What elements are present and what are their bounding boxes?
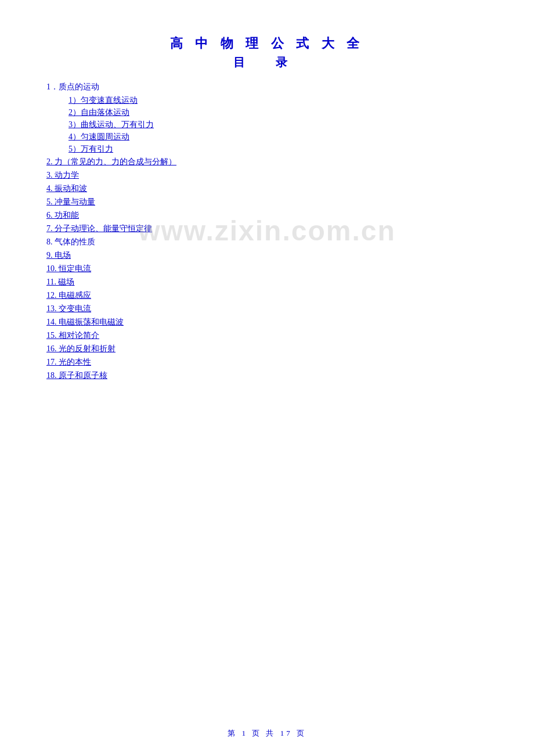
toc-item-10-link[interactable]: 10. 恒定电流: [46, 264, 91, 273]
toc-item-14[interactable]: 14. 电磁振荡和电磁波: [46, 317, 488, 327]
toc-item-13-link[interactable]: 13. 交变电流: [46, 304, 91, 313]
toc-subitem-1-1-link[interactable]: 1）匀变速直线运动: [68, 96, 138, 105]
toc-item-16-link[interactable]: 16. 光的反射和折射: [46, 344, 116, 353]
toc-item-1: 1．质点的运动: [46, 82, 488, 92]
toc-item-11[interactable]: 11. 磁场: [46, 277, 488, 287]
toc-item-13[interactable]: 13. 交变电流: [46, 304, 488, 314]
toc-item-17-link[interactable]: 17. 光的本性: [46, 358, 91, 366]
toc-subitem-1-4-link[interactable]: 4）匀速圆周运动: [68, 132, 129, 141]
toc-item-5-link[interactable]: 5. 冲量与动量: [46, 197, 95, 206]
table-of-contents: 1．质点的运动 1）匀变速直线运动 2）自由落体运动 3）曲线运动、万有引力 4…: [46, 82, 488, 381]
toc-item-6[interactable]: 6. 功和能: [46, 210, 488, 221]
toc-item-18-link[interactable]: 18. 原子和原子核: [46, 371, 107, 380]
toc-item-11-link[interactable]: 11. 磁场: [46, 278, 74, 286]
toc-subitems-1: 1）匀变速直线运动 2）自由落体运动 3）曲线运动、万有引力 4）匀速圆周运动 …: [68, 95, 488, 154]
toc-subitem-1-4[interactable]: 4）匀速圆周运动: [68, 132, 488, 142]
toc-item-16[interactable]: 16. 光的反射和折射: [46, 344, 488, 354]
page-title: 高 中 物 理 公 式 大 全: [46, 35, 488, 52]
toc-subitem-1-3[interactable]: 3）曲线运动、万有引力: [68, 120, 488, 130]
toc-item-15-link[interactable]: 15. 相对论简介: [46, 331, 99, 340]
toc-item-12[interactable]: 12. 电磁感应: [46, 290, 488, 301]
toc-item-5[interactable]: 5. 冲量与动量: [46, 197, 488, 207]
toc-item-18[interactable]: 18. 原子和原子核: [46, 370, 488, 381]
toc-item-14-link[interactable]: 14. 电磁振荡和电磁波: [46, 318, 124, 326]
toc-item-17[interactable]: 17. 光的本性: [46, 357, 488, 368]
toc-subitem-1-3-link[interactable]: 3）曲线运动、万有引力: [68, 120, 154, 129]
toc-item-7[interactable]: 7. 分子动理论、能量守恒定律: [46, 224, 488, 234]
toc-item-7-link[interactable]: 7. 分子动理论、能量守恒定律: [46, 224, 152, 233]
toc-item-4-link[interactable]: 4. 振动和波: [46, 184, 87, 193]
toc-subitem-1-2[interactable]: 2）自由落体运动: [68, 107, 488, 118]
toc-item-8-label: 8. 气体的性质: [46, 237, 95, 246]
toc-section-1: 1．质点的运动 1）匀变速直线运动 2）自由落体运动 3）曲线运动、万有引力 4…: [46, 82, 488, 154]
page-subtitle: 目 录: [46, 55, 488, 70]
toc-item-9-link[interactable]: 9. 电场: [46, 251, 71, 260]
toc-item-2[interactable]: 2. 力（常见的力、力的合成与分解）: [46, 157, 488, 167]
toc-item-10[interactable]: 10. 恒定电流: [46, 264, 488, 274]
toc-item-12-link[interactable]: 12. 电磁感应: [46, 291, 91, 300]
toc-item-15[interactable]: 15. 相对论简介: [46, 330, 488, 341]
toc-subitem-1-1[interactable]: 1）匀变速直线运动: [68, 95, 488, 106]
page-footer: 第 1 页 共 17 页: [0, 728, 534, 739]
toc-item-6-link[interactable]: 6. 功和能: [46, 211, 79, 219]
toc-item-9[interactable]: 9. 电场: [46, 250, 488, 261]
toc-item-3[interactable]: 3. 动力学: [46, 170, 488, 181]
toc-item-2-link[interactable]: 2. 力（常见的力、力的合成与分解）: [46, 157, 176, 166]
toc-item-1-label: 1．质点的运动: [46, 82, 99, 91]
toc-subitem-1-5[interactable]: 5）万有引力: [68, 144, 488, 154]
toc-subitem-1-5-link[interactable]: 5）万有引力: [68, 145, 113, 153]
toc-item-4[interactable]: 4. 振动和波: [46, 183, 488, 194]
toc-item-8: 8. 气体的性质: [46, 237, 488, 247]
page-container: 高 中 物 理 公 式 大 全 目 录 1．质点的运动 1）匀变速直线运动 2）…: [0, 0, 534, 756]
toc-subitem-1-2-link[interactable]: 2）自由落体运动: [68, 108, 129, 117]
toc-item-3-link[interactable]: 3. 动力学: [46, 171, 79, 179]
